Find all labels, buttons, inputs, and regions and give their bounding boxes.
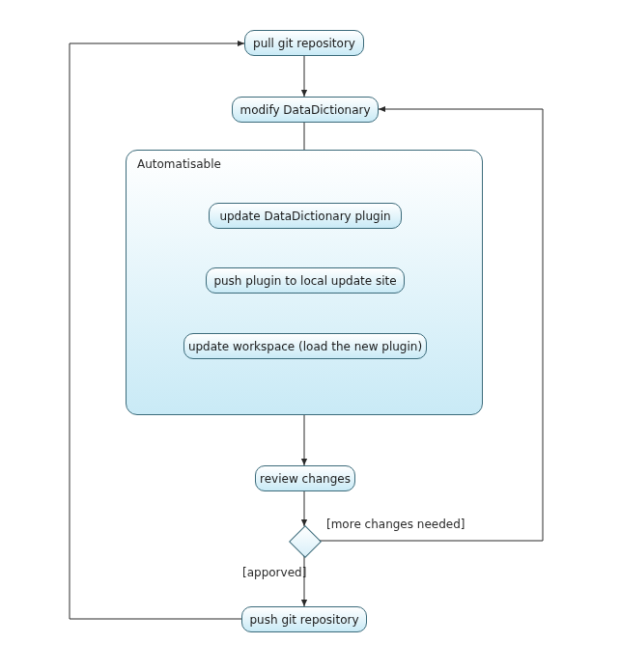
node-label: update DataDictionary plugin	[219, 210, 390, 223]
decision-label-more-changes: [more changes needed]	[326, 518, 465, 531]
node-label: push git repository	[249, 613, 358, 627]
node-label: push plugin to local update site	[213, 274, 396, 288]
node-update-datadictionary-plugin: update DataDictionary plugin	[209, 203, 402, 229]
decision-node	[289, 525, 322, 558]
node-label: modify DataDictionary	[240, 103, 370, 117]
node-pull-git-repository: pull git repository	[244, 30, 364, 56]
node-push-plugin-local-update-site: push plugin to local update site	[206, 267, 405, 294]
node-modify-datadictionary: modify DataDictionary	[232, 97, 379, 123]
node-update-workspace: update workspace (load the new plugin)	[183, 333, 427, 359]
node-label: pull git repository	[253, 37, 355, 50]
node-review-changes: review changes	[255, 465, 355, 491]
node-push-git-repository: push git repository	[241, 606, 367, 632]
activity-diagram: Automatisable pull git repository modify…	[0, 0, 620, 672]
node-label: review changes	[260, 472, 351, 486]
decision-label-approved: [apporved]	[242, 566, 306, 579]
container-label: Automatisable	[137, 157, 221, 171]
node-label: update workspace (load the new plugin)	[188, 340, 422, 353]
